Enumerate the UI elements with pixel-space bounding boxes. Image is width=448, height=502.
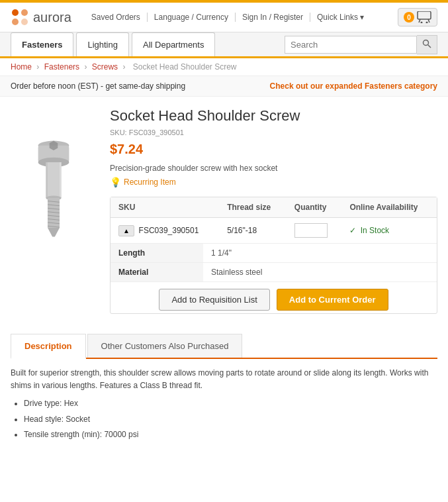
breadcrumb-screws[interactable]: Screws bbox=[92, 62, 118, 72]
row-expand-button[interactable]: ▲ bbox=[118, 225, 134, 236]
col-header-qty: Quantity bbox=[287, 197, 342, 218]
product-image bbox=[21, 121, 87, 240]
attributes-table: Length 1 1/4" Material Stainless steel bbox=[111, 244, 437, 282]
tab-also-purchased[interactable]: Other Customers Also Purchased bbox=[87, 334, 243, 358]
btn-row: Add to Requisition List Add to Current O… bbox=[111, 282, 437, 313]
svg-point-2 bbox=[12, 19, 19, 25]
top-nav: aurora Saved Orders Language / Currency … bbox=[0, 3, 448, 32]
breadcrumb-fasteners[interactable]: Fasteners bbox=[44, 62, 79, 72]
search-icon bbox=[422, 39, 431, 48]
svg-rect-4 bbox=[418, 11, 431, 19]
search-area bbox=[285, 35, 437, 54]
product-details-col: Socket Head Shoulder Screw SKU: FSC039_3… bbox=[110, 107, 437, 323]
product-area: Socket Head Shoulder Screw SKU: FSC039_3… bbox=[0, 97, 448, 334]
top-links: Saved Orders Language / Currency Sign In… bbox=[85, 13, 398, 22]
logo-icon bbox=[11, 8, 29, 26]
product-table-wrap: SKU Thread size Quantity Online Availabi… bbox=[110, 197, 437, 314]
checkmark-icon: ✓ bbox=[349, 226, 356, 235]
banner: Order before noon (EST) - get same-day s… bbox=[0, 76, 448, 97]
recurring-icon: 💡 bbox=[110, 177, 121, 187]
banner-shipping-text: Order before noon (EST) - get same-day s… bbox=[11, 81, 185, 91]
svg-rect-16 bbox=[46, 162, 48, 198]
search-input[interactable] bbox=[285, 36, 417, 54]
logo[interactable]: aurora bbox=[11, 8, 71, 26]
quantity-input[interactable] bbox=[294, 223, 328, 238]
attr-label-material: Material bbox=[111, 263, 203, 282]
product-price: $7.24 bbox=[110, 142, 437, 157]
language-currency-link[interactable]: Language / Currency bbox=[148, 13, 236, 22]
quick-links-link[interactable]: Quick Links ▾ bbox=[310, 13, 371, 22]
tabs-bar: Description Other Customers Also Purchas… bbox=[11, 334, 437, 359]
svg-rect-17 bbox=[60, 162, 62, 198]
product-title: Socket Head Shoulder Screw bbox=[110, 107, 437, 125]
logo-text: aurora bbox=[33, 10, 71, 25]
svg-point-3 bbox=[21, 19, 28, 25]
svg-marker-28 bbox=[48, 228, 60, 237]
table-row: ▲ FSC039_390501 5/16"-18 ✓ In Stock bbox=[111, 218, 437, 244]
breadcrumb-home[interactable]: Home bbox=[11, 62, 32, 72]
add-to-order-button[interactable]: Add to Current Order bbox=[277, 289, 388, 311]
tabs-section: Description Other Customers Also Purchas… bbox=[0, 334, 448, 359]
row-thread: 5/16"-18 bbox=[219, 218, 287, 244]
svg-point-8 bbox=[426, 22, 428, 24]
availability-text: In Stock bbox=[361, 226, 389, 235]
tab-fasteners[interactable]: Fasteners bbox=[11, 32, 73, 56]
add-to-requisition-button[interactable]: Add to Requisition List bbox=[159, 289, 269, 311]
cart-button[interactable]: 0 bbox=[398, 8, 437, 26]
bullet-3: Tensile strength (min): 70000 psi bbox=[24, 428, 437, 441]
product-image-col bbox=[11, 107, 97, 323]
svg-line-10 bbox=[428, 44, 431, 48]
cart-badge: 0 bbox=[404, 12, 414, 23]
attr-val-length: 1 1/4" bbox=[203, 244, 437, 263]
description-section: Built for superior strength, this should… bbox=[0, 367, 448, 454]
attr-row-length: Length 1 1/4" bbox=[111, 244, 437, 263]
product-table: SKU Thread size Quantity Online Availabi… bbox=[111, 197, 437, 244]
svg-rect-15 bbox=[46, 162, 61, 198]
recurring-item[interactable]: 💡 Recurring Item bbox=[110, 177, 437, 187]
col-header-thread: Thread size bbox=[219, 197, 287, 218]
tab-description[interactable]: Description bbox=[11, 334, 86, 359]
row-sku: FSC039_390501 bbox=[139, 226, 199, 235]
saved-orders-link[interactable]: Saved Orders bbox=[85, 13, 148, 22]
product-description-text: Precision-grade shoulder screw with hex … bbox=[110, 164, 437, 173]
cart-area: 0 bbox=[398, 8, 437, 26]
breadcrumb: Home › Fasteners › Screws › Socket Head … bbox=[0, 58, 448, 76]
banner-promo-link[interactable]: Check out our expanded Fasteners categor… bbox=[270, 81, 437, 91]
signin-link[interactable]: Sign In / Register bbox=[236, 13, 310, 22]
attr-val-material: Stainless steel bbox=[203, 263, 437, 282]
col-header-avail: Online Availability bbox=[341, 197, 437, 218]
svg-point-0 bbox=[12, 9, 19, 16]
bullet-1: Drive type: Hex bbox=[24, 397, 437, 410]
product-sku: SKU: FSC039_390501 bbox=[110, 128, 437, 136]
tab-all-departments[interactable]: All Departments bbox=[132, 32, 215, 56]
svg-point-9 bbox=[424, 40, 429, 45]
svg-point-1 bbox=[21, 9, 28, 16]
description-body: Built for superior strength, this should… bbox=[11, 367, 437, 392]
cart-icon bbox=[417, 11, 431, 23]
attr-label-length: Length bbox=[111, 244, 203, 263]
search-button[interactable] bbox=[417, 35, 437, 54]
attr-row-material: Material Stainless steel bbox=[111, 263, 437, 282]
breadcrumb-current: Socket Head Shoulder Screw bbox=[133, 62, 237, 72]
description-bullets: Drive type: Hex Head style: Socket Tensi… bbox=[24, 397, 437, 441]
tab-lighting[interactable]: Lighting bbox=[76, 32, 129, 56]
col-header-sku: SKU bbox=[111, 197, 219, 218]
bullet-2: Head style: Socket bbox=[24, 413, 437, 426]
svg-point-7 bbox=[421, 22, 423, 24]
recurring-label: Recurring Item bbox=[124, 177, 176, 187]
category-nav: Fasteners Lighting All Departments bbox=[0, 32, 448, 58]
